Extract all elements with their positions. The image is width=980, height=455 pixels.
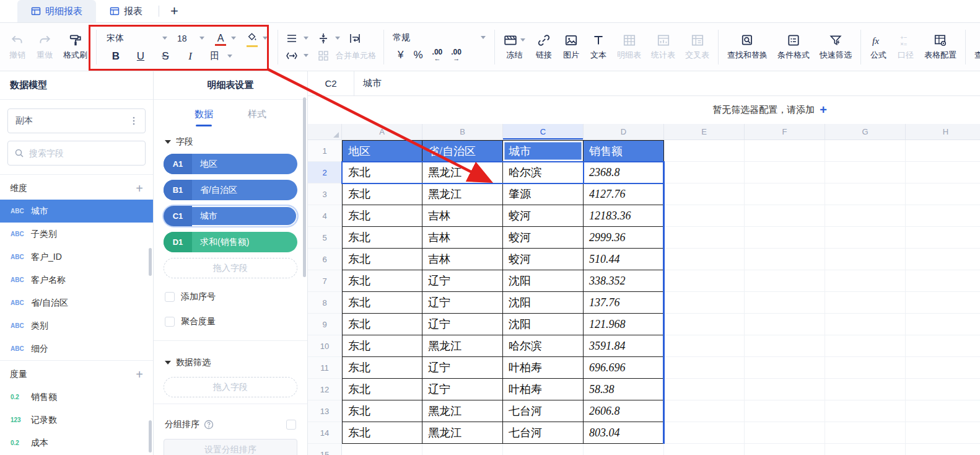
formula-button[interactable]: fx公式 — [865, 33, 892, 61]
add-filter-button[interactable]: + — [820, 104, 827, 116]
cell-E3[interactable] — [664, 183, 745, 205]
font-family-select[interactable]: 宋体 — [107, 33, 167, 44]
redo-button[interactable]: 重做 — [31, 33, 58, 61]
cell-H2[interactable] — [906, 162, 980, 183]
cell-D2[interactable]: 2368.8 — [584, 162, 664, 183]
row-header-15[interactable]: 15 — [308, 444, 342, 455]
more-vertical-icon[interactable] — [129, 116, 139, 126]
cell-H4[interactable] — [906, 205, 980, 227]
cell-C8[interactable]: 沈阳 — [503, 292, 584, 314]
horizontal-align-icon[interactable] — [286, 32, 298, 45]
cell-E7[interactable] — [664, 270, 745, 292]
column-header-F[interactable]: F — [745, 124, 825, 139]
cell-C1[interactable]: 城市 — [503, 140, 584, 162]
drop-filter-zone[interactable]: 拖入字段 — [164, 377, 297, 397]
cell-D10[interactable]: 3591.84 — [584, 335, 664, 357]
vertical-align-icon[interactable] — [317, 32, 330, 45]
increase-decimal-button[interactable]: .00→ — [451, 48, 462, 62]
cell-C10[interactable]: 哈尔滨 — [503, 335, 584, 357]
row-header-9[interactable]: 9 — [308, 314, 342, 335]
cell-H7[interactable] — [906, 270, 980, 292]
row-header-14[interactable]: 14 — [308, 422, 342, 444]
cell-G3[interactable] — [825, 183, 906, 205]
cell-C2[interactable]: 哈尔滨 — [503, 162, 584, 183]
cell-H14[interactable] — [906, 422, 980, 444]
cell-B12[interactable]: 辽宁 — [422, 379, 503, 400]
cell-E11[interactable] — [664, 357, 745, 379]
sidebar-scrollbar[interactable] — [149, 248, 152, 276]
set-group-sort-button[interactable]: 设置分组排序 — [164, 439, 297, 455]
cell-F4[interactable] — [745, 205, 825, 227]
cell-A14[interactable]: 东北 — [342, 422, 422, 444]
chevron-down-icon[interactable] — [520, 38, 525, 42]
cell-C7[interactable]: 沈阳 — [503, 270, 584, 292]
text-button[interactable]: 文本 — [585, 33, 612, 61]
cell-C9[interactable]: 沈阳 — [503, 314, 584, 335]
filter-section-header[interactable]: 数据筛选 — [154, 347, 307, 374]
cell-H12[interactable] — [906, 379, 980, 400]
drop-field-zone[interactable]: 拖入字段 — [164, 258, 297, 278]
cell-H13[interactable] — [906, 400, 980, 422]
font-size-select[interactable]: 18 — [177, 33, 204, 43]
cell-H5[interactable] — [906, 227, 980, 249]
cell-H15[interactable] — [906, 444, 980, 455]
cell-C15[interactable] — [503, 444, 584, 455]
cell-F13[interactable] — [745, 400, 825, 422]
sidebar-item-子类别[interactable]: ABC子类别 — [0, 223, 153, 245]
formula-input[interactable]: 城市 — [354, 71, 980, 95]
cell-F9[interactable] — [745, 314, 825, 335]
borders-button[interactable]: 田 — [206, 50, 224, 62]
add-index-checkbox[interactable] — [165, 292, 175, 302]
cell-D13[interactable]: 2606.8 — [584, 400, 664, 422]
cell-A8[interactable]: 东北 — [342, 292, 422, 314]
cell-B8[interactable]: 辽宁 — [422, 292, 503, 314]
cell-G10[interactable] — [825, 335, 906, 357]
tab-data[interactable]: 数据 — [195, 108, 213, 126]
cell-B7[interactable]: 辽宁 — [422, 270, 503, 292]
sidebar-item-客户名称[interactable]: ABC客户名称 — [0, 268, 153, 291]
cell-F15[interactable] — [745, 444, 825, 455]
merge-cells-icon[interactable] — [317, 50, 330, 62]
cell-H1[interactable] — [906, 140, 980, 162]
cell-F14[interactable] — [745, 422, 825, 444]
cell-A4[interactable]: 东北 — [342, 205, 422, 227]
cell-D5[interactable]: 2999.36 — [584, 227, 664, 249]
sidebar-item-记录数[interactable]: 123记录数 — [0, 409, 153, 431]
fields-section-header[interactable]: 字段 — [154, 126, 307, 154]
cell-D3[interactable]: 4127.76 — [584, 183, 664, 205]
cell-D6[interactable]: 510.44 — [584, 249, 664, 270]
cell-G4[interactable] — [825, 205, 906, 227]
cell-A15[interactable] — [342, 444, 422, 455]
row-header-4[interactable]: 4 — [308, 205, 342, 227]
chevron-down-icon[interactable] — [263, 37, 268, 40]
cell-G6[interactable] — [825, 249, 906, 270]
sidebar-item-城市[interactable]: ABC城市 — [0, 200, 153, 223]
cell-C14[interactable]: 七台河 — [503, 422, 584, 444]
cell-C11[interactable]: 叶柏寿 — [503, 357, 584, 379]
row-header-3[interactable]: 3 — [308, 183, 342, 205]
cell-A13[interactable]: 东北 — [342, 400, 422, 422]
help-icon[interactable] — [204, 420, 214, 430]
cell-E9[interactable] — [664, 314, 745, 335]
sidebar-scrollbar[interactable] — [149, 420, 152, 453]
chevron-down-icon[interactable] — [231, 37, 236, 40]
cross-table-button[interactable]: 交叉表 — [680, 33, 714, 61]
undo-button[interactable]: 撤销 — [4, 33, 31, 61]
cell-A1[interactable]: 地区 — [342, 140, 422, 162]
cell-A3[interactable]: 东北 — [342, 183, 422, 205]
cell-E4[interactable] — [664, 205, 745, 227]
wrap-text-icon[interactable] — [349, 32, 361, 45]
table-config-button[interactable]: 表格配置 — [919, 33, 961, 61]
column-header-E[interactable]: E — [664, 124, 745, 139]
cell-D15[interactable] — [584, 444, 664, 455]
cell-G7[interactable] — [825, 270, 906, 292]
column-header-H[interactable]: H — [906, 124, 980, 139]
format-painter-button[interactable]: 格式刷 — [58, 33, 92, 61]
cell-F10[interactable] — [745, 335, 825, 357]
cell-E14[interactable] — [664, 422, 745, 444]
row-header-2[interactable]: 2 — [308, 162, 342, 183]
add-dimension-button[interactable]: + — [136, 182, 143, 195]
cell-C13[interactable]: 七台河 — [503, 400, 584, 422]
cell-D4[interactable]: 12183.36 — [584, 205, 664, 227]
cell-E2[interactable] — [664, 162, 745, 183]
